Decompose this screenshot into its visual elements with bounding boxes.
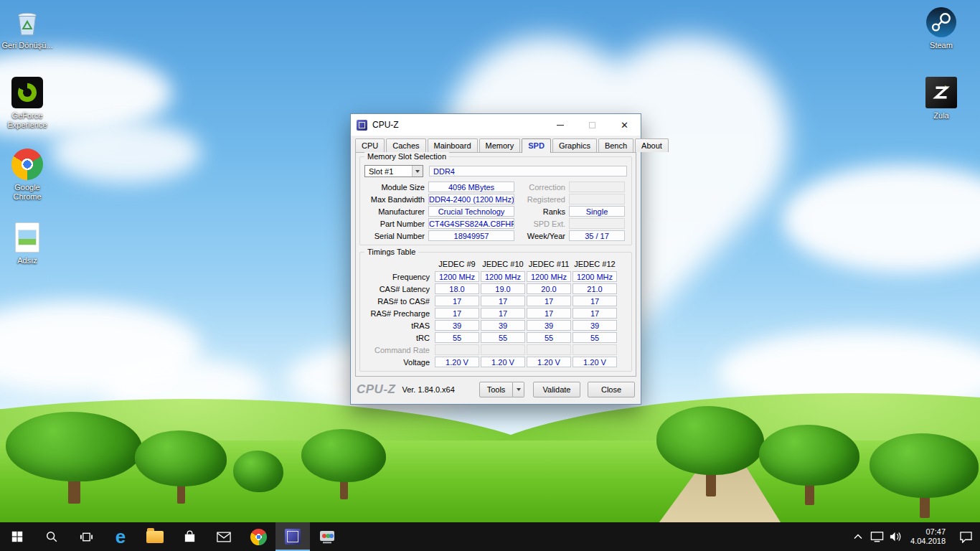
timing-cell: 39 [435,320,479,331]
timing-cell: 17 [573,296,617,306]
chevron-up-icon [854,534,862,540]
action-center-icon [959,531,973,543]
version-text: Ver. 1.84.0.x64 [402,385,454,394]
taskbar-edge-button[interactable]: e [103,522,138,551]
module-size-field: 4096 MBytes [428,182,514,192]
desktop-icon-geforce-experience[interactable]: GeForce Experience [0,76,55,130]
search-icon [45,530,58,543]
timing-cell: 19.0 [481,283,525,294]
timing-cell: 1200 MHz [573,271,617,282]
timing-cell: 1.20 V [435,357,479,367]
tab-mainboard[interactable]: Mainboard [428,138,478,152]
mail-icon [217,532,231,542]
validate-button[interactable]: Validate [533,382,580,397]
desktop-icon-adsiz[interactable]: Adsız [0,221,55,265]
timings-corner [364,260,433,270]
ras-to-cas-label: RAS# to CAS# [364,297,433,306]
tab-graphics[interactable]: Graphics [552,138,597,152]
task-view-button[interactable] [69,522,103,551]
maximize-button [576,114,608,136]
timing-cell [435,344,479,355]
cpuz-logo: CPU-Z [357,382,395,397]
store-icon [183,530,197,544]
action-center-button[interactable] [951,531,980,543]
timing-cell: 17 [435,308,479,319]
module-size-label: Module Size [364,183,425,192]
desktop-icon-recycle-bin[interactable]: Geri Dönüşü... [0,6,55,50]
tools-dropdown-arrow[interactable] [513,382,524,397]
timings-table-group: Timings Table JEDEC #9 JEDEC #10 JEDEC #… [359,252,632,372]
minimize-button[interactable] [544,114,576,136]
timing-cell: 17 [481,296,525,306]
timing-cell: 17 [527,308,571,319]
desktop-icon-label: Zula [933,111,948,121]
desktop-icon-label: Google Chrome [1,183,54,202]
cpuz-app-icon [357,120,367,131]
tree [6,412,142,504]
recycle-bin-icon [11,6,44,39]
titlebar[interactable]: CPU-Z ✕ [351,114,641,136]
taskbar-clock[interactable]: 07:47 4.04.2018 [905,527,951,546]
correction-field [569,182,625,192]
window-title: CPU-Z [372,120,399,130]
tools-button[interactable]: Tools [479,382,513,397]
tab-bench[interactable]: Bench [598,138,633,152]
timing-cell: 1200 MHz [527,271,571,282]
windows-logo-icon [11,530,24,543]
taskbar-gpu-tool-button[interactable] [310,522,344,551]
chevron-down-icon[interactable] [412,166,423,176]
timing-cell: 1.20 V [527,357,571,367]
tab-memory[interactable]: Memory [479,138,521,152]
taskbar-store-button[interactable] [172,522,207,551]
serial-number-field: 18949957 [428,230,514,241]
ras-precharge-label: RAS# Precharge [364,309,433,318]
tab-about[interactable]: About [635,138,669,152]
tray-volume-button[interactable] [886,531,905,542]
search-button[interactable] [34,522,69,551]
tree [301,429,386,499]
display-icon [870,531,884,542]
tab-cpu[interactable]: CPU [355,138,385,152]
taskbar-mail-button[interactable] [207,522,241,551]
slot-select-value: Slot #1 [369,167,393,176]
timing-cell: 17 [527,296,571,306]
slot-select[interactable]: Slot #1 [364,165,423,177]
taskbar-chrome-button[interactable] [241,522,275,551]
serial-number-label: Serial Number [364,232,425,240]
desktop-icon-label: Steam [930,41,953,50]
timing-cell: 17 [435,296,479,306]
tab-spd[interactable]: SPD [522,138,551,153]
command-rate-label: Command Rate [364,346,433,354]
timing-cell: 21.0 [573,283,617,294]
desktop-icon-google-chrome[interactable]: Google Chrome [0,148,55,202]
timing-cell: 55 [481,332,525,343]
close-window-button[interactable]: ✕ [608,114,641,136]
timing-cell [527,344,571,355]
bush [233,451,283,492]
registered-label: Registered [518,195,565,204]
clock-date: 4.04.2018 [910,537,946,546]
tab-caches[interactable]: Caches [386,138,425,152]
file-explorer-icon [146,531,164,543]
timing-cell: 1200 MHz [481,271,525,282]
timings-column-header: JEDEC #9 [435,260,479,270]
task-view-icon [80,530,93,544]
registered-field [569,194,625,204]
desktop-icon-zula[interactable]: Zula [914,76,969,121]
close-button[interactable]: Close [588,382,635,397]
image-file-icon [11,221,44,254]
taskbar: e 07:47 4.04.2018 [0,522,980,551]
trc-label: tRC [364,334,433,342]
taskbar-file-explorer-button[interactable] [138,522,172,551]
tree [759,425,859,505]
tree [135,430,227,504]
timing-cell: 55 [527,332,571,343]
tray-display-button[interactable] [867,531,886,542]
desktop-icon-steam[interactable]: Steam [914,6,969,50]
correction-label: Correction [518,183,565,192]
taskbar-cpuz-button[interactable] [275,522,310,551]
part-number-label: Part Number [364,220,425,228]
memory-type-field: DDR4 [429,166,627,176]
start-button[interactable] [0,522,34,551]
tray-show-hidden-icons-button[interactable] [849,534,867,540]
